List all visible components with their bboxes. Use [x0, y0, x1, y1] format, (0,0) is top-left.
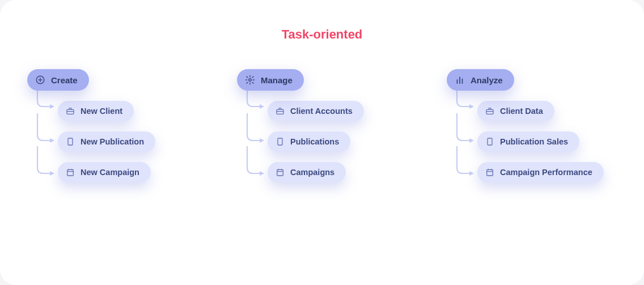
- calendar-icon: [276, 168, 285, 177]
- child-label: Campaign Performance: [500, 168, 592, 177]
- column-create: Create New Client: [27, 69, 197, 182]
- child-row: New Campaign: [27, 162, 197, 182]
- svg-rect-4: [68, 138, 73, 145]
- child-new-client: New Client: [58, 101, 134, 121]
- briefcase-icon: [485, 107, 494, 116]
- child-row: Campaigns: [237, 162, 407, 182]
- child-campaigns: Campaigns: [268, 162, 346, 182]
- child-row: Publications: [237, 131, 407, 152]
- head-label: Create: [51, 75, 78, 85]
- diagram-canvas: Task-oriented Create New: [0, 0, 644, 285]
- child-new-publication: New Publication: [58, 131, 155, 152]
- child-client-data: Client Data: [477, 101, 554, 121]
- column-analyze: Analyze Client Data: [447, 69, 617, 182]
- bar-chart-icon: [455, 75, 465, 85]
- svg-rect-13: [277, 169, 283, 176]
- svg-rect-6: [67, 169, 74, 176]
- head-manage: Manage: [237, 69, 304, 91]
- child-row: Client Accounts: [237, 101, 407, 121]
- child-label: New Client: [80, 107, 122, 116]
- child-label: Publication Sales: [500, 137, 568, 146]
- children-manage: Client Accounts Publications: [237, 101, 407, 182]
- briefcase-icon: [276, 107, 285, 116]
- child-label: Campaigns: [290, 168, 334, 177]
- gear-icon: [245, 75, 255, 85]
- head-label: Manage: [261, 75, 293, 85]
- document-icon: [66, 137, 75, 146]
- child-row: Campaign Performance: [447, 162, 617, 182]
- head-label: Analyze: [471, 75, 503, 85]
- head-create: Create: [27, 69, 89, 91]
- svg-point-7: [249, 79, 252, 82]
- document-icon: [276, 137, 285, 146]
- child-row: Publication Sales: [447, 131, 617, 152]
- diagram-title: Task-oriented: [23, 27, 621, 42]
- children-create: New Client New Publication: [27, 101, 197, 182]
- children-analyze: Client Data Publication Sales: [447, 101, 617, 182]
- child-label: Client Data: [500, 107, 543, 116]
- child-campaign-performance: Campaign Performance: [477, 162, 604, 182]
- svg-rect-11: [278, 138, 282, 145]
- child-new-campaign: New Campaign: [58, 162, 151, 182]
- briefcase-icon: [66, 107, 75, 116]
- document-icon: [485, 137, 494, 146]
- columns-wrapper: Create New Client: [23, 69, 621, 182]
- column-manage: Manage Client Accounts: [237, 69, 407, 182]
- plus-circle-icon: [35, 75, 45, 85]
- child-row: New Client: [27, 101, 197, 121]
- svg-rect-19: [487, 169, 493, 176]
- child-label: New Publication: [80, 137, 144, 146]
- svg-rect-17: [488, 138, 492, 145]
- child-publication-sales: Publication Sales: [477, 131, 579, 152]
- child-client-accounts: Client Accounts: [268, 101, 364, 121]
- calendar-icon: [66, 168, 75, 177]
- child-publications: Publications: [268, 131, 350, 152]
- child-label: Client Accounts: [290, 107, 353, 116]
- child-row: New Publication: [27, 131, 197, 152]
- child-row: Client Data: [447, 101, 617, 121]
- calendar-icon: [485, 168, 494, 177]
- head-analyze: Analyze: [447, 69, 514, 91]
- child-label: Publications: [290, 137, 339, 146]
- child-label: New Campaign: [80, 168, 139, 177]
